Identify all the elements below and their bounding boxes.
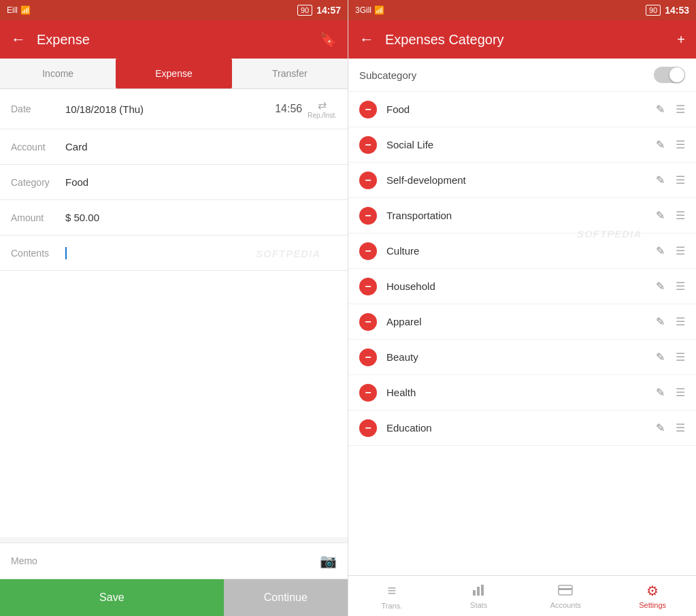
account-row: Account Card [0, 129, 348, 165]
bottom-navigation: ≡ Trans. Stats Accounts ⚙ [348, 575, 696, 616]
memo-label: Memo [11, 555, 320, 566]
edit-apparel-icon[interactable]: ✎ [656, 315, 665, 328]
left-bookmark-icon[interactable]: 🔖 [320, 31, 337, 48]
remove-self-development-button[interactable]: − [359, 172, 377, 189]
nav-item-accounts[interactable]: Accounts [523, 583, 610, 609]
category-name-culture: Culture [386, 245, 656, 257]
subcategory-row: Subcategory [348, 59, 696, 92]
toggle-knob [669, 67, 684, 82]
category-name-self-development: Self-development [386, 174, 656, 186]
left-panel: Eill 📶 90 14:57 ← Expense 🔖 Income Expen… [0, 0, 348, 616]
account-value[interactable]: Card [65, 141, 337, 152]
left-status-right: 90 14:57 [297, 5, 341, 16]
drag-education-icon[interactable]: ☰ [676, 421, 685, 434]
date-row: Date 10/18/2018 (Thu) 14:56 ⇄ Rep./Inst. [0, 89, 348, 129]
drag-food-icon[interactable]: ☰ [676, 103, 685, 116]
subcategory-toggle[interactable] [654, 67, 685, 83]
remove-beauty-button[interactable]: − [359, 348, 377, 366]
expense-form: Date 10/18/2018 (Thu) 14:56 ⇄ Rep./Inst.… [0, 89, 348, 537]
remove-health-button[interactable]: − [359, 384, 377, 402]
right-battery: 90 [646, 5, 661, 16]
amount-row: Amount $ 50.00 [0, 200, 348, 236]
edit-health-icon[interactable]: ✎ [656, 386, 665, 399]
contents-input[interactable] [65, 246, 337, 259]
right-back-button[interactable]: ← [359, 31, 374, 48]
category-name-health: Health [386, 387, 656, 398]
continue-button[interactable]: Continue [224, 579, 348, 616]
category-item-social-life: − Social Life ✎ ☰ [348, 127, 696, 163]
edit-food-icon[interactable]: ✎ [656, 103, 665, 116]
category-item-education: − Education ✎ ☰ [348, 410, 696, 446]
action-buttons: Save Continue [0, 579, 348, 616]
category-item-health: − Health ✎ ☰ [348, 375, 696, 410]
remove-education-button[interactable]: − [359, 419, 377, 437]
drag-household-icon[interactable]: ☰ [676, 280, 685, 293]
svg-rect-2 [481, 585, 484, 596]
right-header: ← Expenses Category + [348, 20, 696, 59]
trans-icon: ≡ [387, 582, 396, 600]
drag-transportation-icon[interactable]: ☰ [676, 209, 685, 222]
date-label: Date [11, 103, 65, 114]
remove-social-life-button[interactable]: − [359, 136, 377, 154]
edit-social-life-icon[interactable]: ✎ [656, 138, 665, 151]
category-item-beauty: − Beauty ✎ ☰ [348, 340, 696, 375]
tab-expense[interactable]: Expense [116, 59, 231, 88]
left-back-button[interactable]: ← [11, 31, 26, 48]
drag-self-development-icon[interactable]: ☰ [676, 174, 685, 187]
category-name-beauty: Beauty [386, 351, 656, 363]
nav-item-stats[interactable]: Stats [435, 583, 523, 609]
rep-inst-icon: ⇄ [318, 99, 327, 112]
drag-health-icon[interactable]: ☰ [676, 386, 685, 399]
edit-self-development-icon[interactable]: ✎ [656, 174, 665, 187]
drag-beauty-icon[interactable]: ☰ [676, 351, 685, 363]
right-title: Expenses Category [385, 32, 677, 48]
svg-rect-0 [473, 590, 476, 596]
drag-social-life-icon[interactable]: ☰ [676, 138, 685, 151]
nav-item-trans[interactable]: ≡ Trans. [348, 582, 435, 610]
text-cursor [65, 247, 67, 259]
date-value[interactable]: 10/18/2018 (Thu) [65, 103, 269, 115]
subcategory-label: Subcategory [359, 69, 654, 81]
left-header: ← Expense 🔖 [0, 20, 348, 59]
left-status-bar: Eill 📶 90 14:57 [0, 0, 348, 20]
amount-value[interactable]: $ 50.00 [65, 212, 337, 223]
category-item-self-development: − Self-development ✎ ☰ [348, 163, 696, 198]
category-name-food: Food [386, 103, 656, 115]
category-name-household: Household [386, 280, 656, 292]
stats-icon [472, 583, 486, 599]
camera-icon[interactable]: 📷 [320, 553, 337, 569]
add-category-button[interactable]: + [677, 32, 685, 48]
tab-income[interactable]: Income [0, 59, 116, 88]
remove-household-button[interactable]: − [359, 278, 377, 295]
contents-label: Contents [11, 248, 65, 259]
accounts-label: Accounts [550, 601, 581, 609]
category-row: Category Food [0, 165, 348, 200]
edit-transportation-icon[interactable]: ✎ [656, 209, 665, 222]
signal-bars: Eill [7, 5, 18, 15]
category-item-apparel: − Apparel ✎ ☰ [348, 304, 696, 340]
remove-culture-button[interactable]: − [359, 242, 377, 260]
category-item-transportation: − Transportation ✎ ☰ [348, 198, 696, 233]
remove-transportation-button[interactable]: − [359, 207, 377, 225]
edit-culture-icon[interactable]: ✎ [656, 244, 665, 257]
remove-apparel-button[interactable]: − [359, 313, 377, 331]
left-time: 14:57 [316, 5, 341, 16]
save-button[interactable]: Save [0, 579, 224, 616]
tab-transfer[interactable]: Transfer [232, 59, 348, 88]
memo-section: Memo 📷 [0, 542, 348, 579]
edit-education-icon[interactable]: ✎ [656, 421, 665, 434]
svg-rect-4 [559, 588, 572, 590]
category-item-food: − Food ✎ ☰ [348, 92, 696, 127]
svg-rect-1 [477, 587, 480, 596]
remove-food-button[interactable]: − [359, 101, 377, 118]
date-time-value[interactable]: 14:56 [275, 103, 302, 115]
rep-inst-button[interactable]: ⇄ Rep./Inst. [308, 99, 337, 119]
edit-beauty-icon[interactable]: ✎ [656, 351, 665, 363]
nav-item-settings[interactable]: ⚙ Settings [609, 583, 696, 609]
edit-household-icon[interactable]: ✎ [656, 280, 665, 293]
category-value[interactable]: Food [65, 176, 337, 188]
drag-culture-icon[interactable]: ☰ [676, 244, 685, 257]
settings-icon: ⚙ [646, 583, 659, 599]
rep-inst-label: Rep./Inst. [308, 112, 337, 119]
drag-apparel-icon[interactable]: ☰ [676, 315, 685, 328]
